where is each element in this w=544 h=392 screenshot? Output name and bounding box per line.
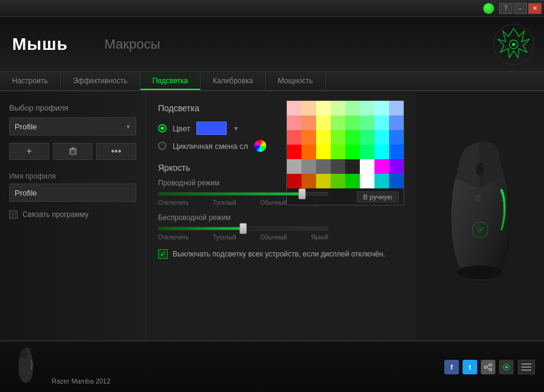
color-cell[interactable] [331, 115, 345, 130]
close-button[interactable]: ✕ [528, 3, 542, 14]
help-button[interactable]: ? [499, 3, 512, 14]
color-cell[interactable] [331, 145, 345, 159]
color-cell[interactable] [316, 130, 331, 145]
link-program-wrapper: Связать программу [9, 210, 136, 219]
facebook-icon[interactable]: f [444, 360, 459, 374]
color-cell[interactable] [331, 159, 345, 174]
cycle-label: Цикличная смена сл [173, 142, 248, 151]
color-cell[interactable] [316, 174, 331, 188]
color-cell[interactable] [287, 159, 301, 174]
color-cell[interactable] [389, 159, 404, 174]
color-cell[interactable] [287, 101, 301, 115]
color-cell[interactable] [301, 145, 316, 159]
wireless-slider-thumb[interactable] [239, 223, 247, 234]
svg-point-15 [25, 352, 27, 356]
color-cell[interactable] [389, 174, 404, 188]
color-cell[interactable] [345, 145, 360, 159]
color-cell[interactable] [301, 130, 316, 145]
color-cell[interactable] [287, 174, 301, 188]
wireless-slider-fill [159, 227, 243, 230]
svg-line-20 [487, 368, 489, 369]
razer-social-icon[interactable] [499, 360, 514, 374]
device-name: Razer Mamba 2012 [52, 377, 111, 385]
nav-tabs: Настроить Эффективность Подсветка Калибр… [0, 72, 544, 91]
color-cell[interactable] [345, 130, 360, 145]
color-cell[interactable] [345, 174, 360, 188]
color-cell[interactable] [374, 101, 389, 115]
color-cell[interactable] [360, 145, 374, 159]
delete-profile-button[interactable] [53, 143, 93, 160]
color-cell[interactable] [374, 159, 389, 174]
color-cell[interactable] [301, 101, 316, 115]
wired-slider-fill [159, 193, 302, 195]
wired-slider-thumb[interactable] [298, 188, 306, 199]
tab-подсветка[interactable]: Подсветка [140, 72, 201, 90]
mouse-panel [416, 91, 544, 340]
wireless-slider-track[interactable] [158, 227, 328, 230]
color-cell[interactable] [331, 130, 345, 145]
center-panel: Подсветка Цвет ▼ Цикличная смена сл В ру… [146, 91, 416, 340]
wired-slider-track[interactable] [158, 192, 328, 196]
color-cell[interactable] [287, 115, 301, 130]
add-profile-button[interactable]: + [9, 143, 49, 160]
color-cell[interactable] [374, 130, 389, 145]
color-picker-button[interactable] [196, 122, 227, 135]
color-cell[interactable] [316, 101, 331, 115]
color-cell[interactable] [301, 174, 316, 188]
color-cell[interactable] [316, 115, 331, 130]
color-cell[interactable] [374, 174, 389, 188]
color-cell[interactable] [389, 115, 404, 130]
status-indicator [483, 3, 494, 14]
display-off-checkbox[interactable] [158, 249, 168, 259]
color-cell[interactable] [389, 101, 404, 115]
more-profile-button[interactable]: ••• [96, 143, 136, 160]
share-icon[interactable] [481, 360, 495, 374]
color-radio[interactable] [158, 124, 167, 132]
tab-эффективность[interactable]: Эффективность [61, 72, 140, 90]
tab-калибровка[interactable]: Калибровка [201, 72, 266, 90]
color-cell[interactable] [360, 115, 374, 130]
profile-select-wrapper: Profile ▼ [9, 117, 136, 136]
color-cell[interactable] [374, 145, 389, 159]
dropdown-arrow-icon[interactable]: ▼ [233, 125, 239, 132]
svg-point-18 [489, 368, 492, 371]
footer-menu-button[interactable] [518, 360, 535, 374]
link-program-checkbox[interactable] [9, 210, 18, 219]
tab-мощность[interactable]: Мощность [266, 72, 326, 90]
color-cell[interactable] [345, 101, 360, 115]
color-cell[interactable] [389, 130, 404, 145]
svg-rect-3 [70, 150, 76, 154]
title-bar: ? – ✕ [0, 0, 544, 17]
color-cell[interactable] [360, 130, 374, 145]
color-cell[interactable] [345, 159, 360, 174]
razer-logo [492, 23, 535, 66]
menu-line-1 [522, 363, 531, 365]
bottom-checkbox-row: Выключать подсветку всех устройств, если… [158, 249, 404, 259]
svg-line-19 [487, 365, 489, 366]
minimize-button[interactable]: – [514, 3, 527, 14]
color-cell[interactable] [287, 130, 301, 145]
color-cell[interactable] [301, 115, 316, 130]
twitter-icon[interactable]: t [463, 360, 477, 374]
profile-select[interactable]: Profile [9, 117, 136, 136]
color-cell[interactable] [331, 174, 345, 188]
color-cell[interactable] [316, 159, 331, 174]
color-cell[interactable] [360, 159, 374, 174]
color-cell[interactable] [331, 101, 345, 115]
color-cell[interactable] [389, 145, 404, 159]
color-cell[interactable] [360, 174, 374, 188]
color-cell[interactable] [345, 115, 360, 130]
color-cell[interactable] [287, 145, 301, 159]
svg-point-2 [512, 43, 515, 46]
profile-name-input[interactable] [9, 184, 136, 202]
tab-настроить[interactable]: Настроить [0, 72, 61, 90]
color-cell[interactable] [374, 115, 389, 130]
color-cell[interactable] [316, 145, 331, 159]
color-cell[interactable] [360, 101, 374, 115]
menu-line-3 [522, 370, 531, 371]
color-cell[interactable] [301, 159, 316, 174]
social-icons: f t [444, 360, 514, 374]
cycle-radio[interactable] [158, 142, 167, 150]
color-wheel-icon[interactable] [254, 140, 266, 152]
svg-point-11 [480, 229, 481, 231]
